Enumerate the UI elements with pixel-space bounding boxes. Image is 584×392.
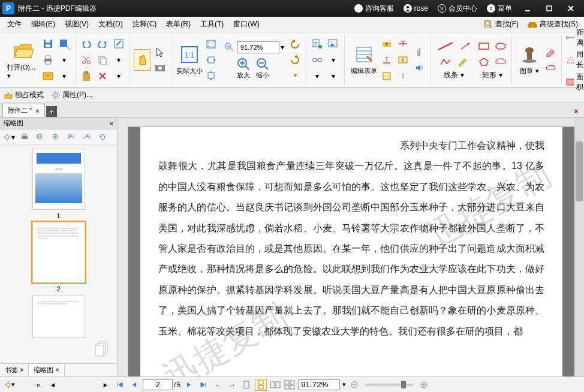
fit-width-button[interactable]: [204, 53, 218, 67]
delete-button[interactable]: [95, 69, 110, 83]
zoom-slider[interactable]: [365, 384, 413, 386]
menu-file[interactable]: 文件: [2, 17, 26, 32]
paste-button[interactable]: [79, 69, 94, 83]
cloud-tool2[interactable]: [543, 61, 558, 75]
rotate-right-button[interactable]: [288, 53, 302, 67]
menu-tool[interactable]: 工具(T): [195, 17, 228, 32]
page-scroll-area[interactable]: 迅捷复制 迅捷复制 系列中央专门工作会议精神，使我鼓舞很大，尤其是我国粮食产量连…: [128, 127, 574, 376]
close-button[interactable]: [560, 2, 582, 14]
menu-window[interactable]: 窗口(W): [228, 17, 264, 32]
menu-document[interactable]: 文档(D): [94, 17, 128, 32]
menu-edit[interactable]: 编辑(E): [26, 17, 60, 32]
next-page-button[interactable]: [183, 379, 195, 391]
area-tool[interactable]: 面积: [565, 72, 584, 92]
exclusive-mode-button[interactable]: 独占模式: [4, 90, 44, 100]
zoom-in-button[interactable]: 放大: [237, 58, 250, 80]
tab-close-button[interactable]: ×: [35, 107, 39, 114]
save-dropdown[interactable]: [57, 37, 71, 51]
thumbnail-page-3[interactable]: Lorem ipsum dolor sit amet consectetur a…: [32, 295, 85, 338]
underline-button[interactable]: T: [380, 53, 394, 67]
maximize-button[interactable]: [538, 2, 560, 14]
email-button[interactable]: [41, 69, 55, 83]
page-number-input[interactable]: [143, 379, 173, 390]
continuous-page-button[interactable]: [255, 379, 267, 391]
thumb-print[interactable]: [18, 131, 31, 144]
add-image-dropdown[interactable]: ▾: [310, 69, 324, 83]
email-dropdown[interactable]: ▾: [57, 69, 71, 83]
zoom-select-dropdown[interactable]: ▾: [342, 381, 346, 388]
sidepanel-tab-bookmark[interactable]: 书签 ×: [0, 364, 29, 376]
rect-tool[interactable]: [477, 39, 491, 53]
undo-button[interactable]: [79, 37, 94, 51]
thumbnail-page-1[interactable]: 2019: [32, 149, 85, 210]
line-tool[interactable]: [435, 39, 456, 53]
scrollbar-thumb[interactable]: [576, 141, 583, 201]
stamp-button[interactable]: 图章 ▾: [516, 36, 543, 84]
thumb-rotate-left[interactable]: 90: [65, 131, 78, 144]
nav-fwd-button[interactable]: →: [226, 379, 238, 391]
sidepanel-tab-thumbnail[interactable]: 缩略图 ×: [29, 364, 64, 376]
perimeter-tool[interactable]: 周长: [565, 50, 584, 70]
single-page-button[interactable]: [240, 379, 252, 391]
highlight-button[interactable]: T: [380, 37, 394, 51]
print-button[interactable]: [41, 53, 55, 67]
add-image-button[interactable]: [326, 37, 341, 51]
link-button[interactable]: [310, 53, 324, 67]
actual-size-button[interactable]: 1:1 实际大小: [175, 36, 204, 84]
menu-comment[interactable]: 注释(C): [128, 17, 162, 32]
thumb-zoom-in[interactable]: [49, 131, 62, 144]
typewriter-button[interactable]: T: [396, 69, 410, 83]
redo-button[interactable]: [95, 37, 110, 51]
link-dropdown[interactable]: ▾: [326, 69, 341, 83]
find-button[interactable]: 查找(F): [480, 18, 522, 31]
last-page-button[interactable]: [197, 379, 209, 391]
eraser-tool[interactable]: [543, 45, 558, 59]
polyline-tool[interactable]: [438, 55, 453, 69]
cloud-tool[interactable]: [493, 55, 508, 69]
menu-form[interactable]: 表单(R): [161, 17, 195, 32]
open-button[interactable]: 打开(O)... ▾: [7, 36, 41, 84]
print-dropdown[interactable]: ▾: [57, 53, 71, 67]
arrow-tool[interactable]: [459, 39, 473, 53]
more-dropdown[interactable]: ▾: [112, 69, 126, 83]
sidepanel-close[interactable]: ×: [110, 120, 113, 127]
edit-form-button[interactable]: 编辑表单: [348, 36, 380, 84]
nav-back-button[interactable]: ←: [212, 379, 224, 391]
prev-page-button[interactable]: [128, 379, 140, 391]
hand-tool[interactable]: [134, 49, 150, 71]
rotate-left-button[interactable]: [288, 37, 302, 52]
textbox-button[interactable]: T: [396, 53, 410, 67]
status-options[interactable]: ▾: [4, 379, 16, 391]
save-button[interactable]: [41, 37, 55, 51]
menu-view[interactable]: 视图(V): [60, 17, 94, 32]
zoom-select[interactable]: [298, 379, 340, 390]
consult-button[interactable]: … 咨询客服: [350, 4, 399, 14]
distance-tool[interactable]: 距离: [565, 28, 584, 48]
oval-tool[interactable]: [493, 39, 508, 53]
close-all-button[interactable]: ×: [571, 106, 582, 117]
edit-content-button[interactable]: [112, 37, 126, 51]
minimize-button[interactable]: [517, 2, 538, 14]
polygon-tool[interactable]: [477, 55, 491, 69]
zoom-out-button[interactable]: 缩小: [256, 58, 269, 80]
thumbnail-page-2[interactable]: Lorem ipsum dolor sit amet consectetur a…: [32, 222, 85, 283]
snapshot-tool[interactable]: [153, 61, 167, 75]
properties-button[interactable]: 属性(P)...: [51, 90, 92, 100]
edit-dropdown[interactable]: ▾: [112, 53, 126, 67]
two-continuous-button[interactable]: [284, 379, 296, 391]
page-content[interactable]: 迅捷复制 迅捷复制 系列中央专门工作会议精神，使我鼓舞很大，尤其是我国粮食产量连…: [140, 127, 562, 376]
cut-button[interactable]: [79, 53, 94, 67]
select-tool[interactable]: [153, 45, 167, 59]
add-tab-button[interactable]: +: [46, 106, 57, 117]
status-expand[interactable]: »: [32, 379, 44, 391]
thumbnails-area[interactable]: 2019 1 Lorem ipsum dolor sit amet consec…: [0, 145, 117, 363]
user-button[interactable]: rose: [399, 4, 433, 13]
zoom-combo[interactable]: [237, 41, 279, 53]
thumb-zoom-out[interactable]: [34, 131, 47, 144]
zoom-in-status[interactable]: [418, 379, 430, 391]
vertical-scrollbar[interactable]: [574, 117, 584, 376]
fit-page-button[interactable]: [204, 37, 218, 52]
fit-height-button[interactable]: [204, 68, 218, 83]
zoom-out-status[interactable]: [348, 379, 360, 391]
strikeout-button[interactable]: T: [396, 37, 410, 51]
